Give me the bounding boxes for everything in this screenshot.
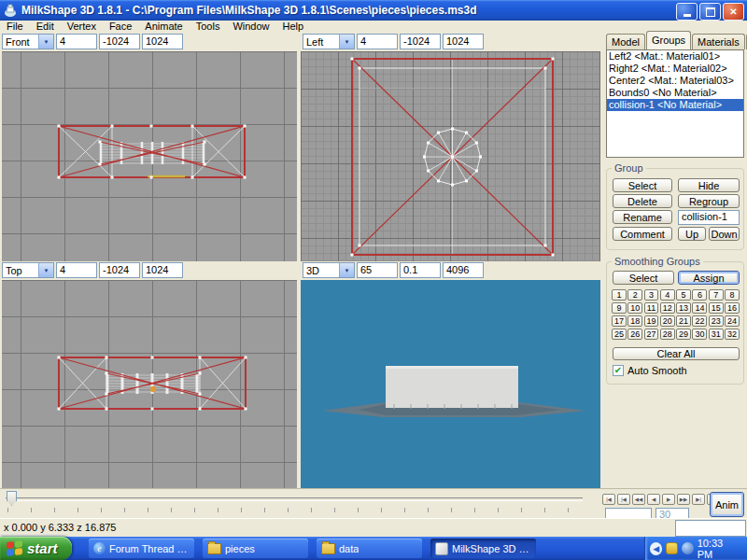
next-keyframe-button[interactable]: ▶| [692,494,705,505]
menu-item-animate[interactable]: Animate [138,21,189,33]
menu-item-face[interactable]: Face [103,21,138,33]
minimize-button[interactable] [676,3,698,21]
tray-app-icon[interactable] [666,542,678,554]
tab-groups[interactable]: Groups [646,31,691,49]
front-view-select[interactable]: Front ▼ [2,34,54,49]
front-far-field[interactable]: 1024 [142,34,183,49]
smoothing-group-2-button[interactable]: 2 [627,289,642,301]
smoothing-group-3-button[interactable]: 3 [644,289,659,301]
smoothing-group-20-button[interactable]: 20 [660,315,675,327]
tab-materials[interactable]: Materials [692,34,745,49]
smoothing-group-30-button[interactable]: 30 [692,329,707,340]
tray-sound-icon[interactable] [682,542,694,554]
front-viewport[interactable] [2,51,297,261]
smoothing-group-16-button[interactable]: 16 [725,302,740,314]
smoothing-group-19-button[interactable]: 19 [644,315,659,327]
smoothing-group-32-button[interactable]: 32 [725,329,740,340]
smoothing-group-5-button[interactable]: 5 [676,289,691,301]
rename-button[interactable]: Rename [613,210,672,224]
select-button[interactable]: Select [613,178,672,192]
smoothing-group-26-button[interactable]: 26 [627,329,642,340]
left-view-select[interactable]: Left ▼ [303,34,355,49]
3d-fov-field[interactable]: 65 [357,262,398,278]
fast-forward-button[interactable]: ▶▶ [677,494,690,505]
task-button[interactable]: MilkShape 3D 1.8.1 - ... [430,539,536,558]
group-list-item[interactable]: Left2 <Mat.: Material01> [607,50,743,63]
timeline-track[interactable] [6,497,583,501]
auto-smooth-checkbox[interactable]: ✔ [613,365,624,376]
smoothing-group-10-button[interactable]: 10 [627,302,642,314]
first-frame-button[interactable]: |◀ [602,494,615,505]
regroup-button[interactable]: Regroup [678,194,740,208]
step-back-button[interactable]: ◀ [647,494,660,505]
3d-view-select[interactable]: 3D ▼ [303,262,355,278]
task-button[interactable]: data [317,539,422,558]
group-list-item[interactable]: Center2 <Mat.: Material03> [607,75,743,87]
smoothing-group-29-button[interactable]: 29 [676,329,691,340]
delete-button[interactable]: Delete [613,194,672,208]
smoothing-group-11-button[interactable]: 11 [644,302,659,314]
smoothing-assign-button[interactable]: Assign [678,271,740,285]
3d-far-field[interactable]: 4096 [443,262,484,278]
step-forward-button[interactable]: ▶ [662,494,675,505]
front-near-field[interactable]: -1024 [99,34,140,49]
groups-list[interactable]: Left2 <Mat.: Material01>Right2 <Mat.: Ma… [606,49,744,158]
smoothing-group-18-button[interactable]: 18 [627,315,642,327]
rename-input[interactable]: collision-1 [678,210,740,225]
smoothing-group-15-button[interactable]: 15 [709,302,724,314]
left-zoom-field[interactable]: 4 [357,34,398,49]
task-button[interactable]: pieces [203,539,308,558]
group-list-item[interactable]: Bounds0 <No Material> [607,87,743,99]
smoothing-group-1-button[interactable]: 1 [612,289,627,301]
smoothing-group-4-button[interactable]: 4 [660,289,675,301]
smoothing-group-23-button[interactable]: 23 [709,315,724,327]
menu-item-window[interactable]: Window [226,21,275,33]
title-bar[interactable]: MilkShape 3D 1.8.1 - C:\Program Files\Mi… [0,0,747,21]
smoothing-group-6-button[interactable]: 6 [692,289,707,301]
smoothing-group-7-button[interactable]: 7 [709,289,724,301]
hide-button[interactable]: Hide [678,178,740,192]
comment-button[interactable]: Comment [613,227,672,241]
smoothing-group-31-button[interactable]: 31 [709,329,724,340]
smoothing-group-22-button[interactable]: 22 [692,315,707,327]
group-list-item[interactable]: Right2 <Mat.: Material02> [607,63,743,75]
3d-viewport[interactable] [301,280,600,488]
top-zoom-field[interactable]: 4 [56,262,97,278]
restore-button[interactable] [699,3,721,21]
start-button[interactable]: start [0,537,72,560]
left-far-field[interactable]: 1024 [443,34,484,49]
3d-near-field[interactable]: 0.1 [400,262,441,278]
smoothing-group-28-button[interactable]: 28 [660,329,675,340]
top-viewport[interactable] [2,280,297,488]
smoothing-group-21-button[interactable]: 21 [676,315,691,327]
left-near-field[interactable]: -1024 [400,34,441,49]
menu-item-tools[interactable]: Tools [190,21,227,33]
prev-keyframe-button[interactable]: |◀ [617,494,630,505]
top-view-select[interactable]: Top ▼ [2,262,54,278]
group-list-item[interactable]: collision-1 <No Material> [607,99,743,111]
timeline-slider-thumb[interactable] [7,491,17,506]
smoothing-group-9-button[interactable]: 9 [612,302,627,314]
tray-chevron-icon[interactable]: ◀ [650,542,662,555]
menu-item-edit[interactable]: Edit [30,21,61,33]
front-zoom-field[interactable]: 4 [56,34,97,49]
task-button[interactable]: eForum Thread : Impo... [89,539,194,558]
up-button[interactable]: Up [678,227,706,241]
smoothing-group-27-button[interactable]: 27 [644,329,659,340]
smoothing-select-button[interactable]: Select [613,271,674,285]
smoothing-group-17-button[interactable]: 17 [612,315,627,327]
tab-model[interactable]: Model [606,34,645,49]
smoothing-group-25-button[interactable]: 25 [612,329,627,340]
top-near-field[interactable]: -1024 [99,262,140,278]
left-viewport[interactable] [301,51,600,261]
smoothing-group-8-button[interactable]: 8 [725,289,740,301]
anim-button[interactable]: Anim [710,492,744,517]
smoothing-group-13-button[interactable]: 13 [676,302,691,314]
smoothing-group-24-button[interactable]: 24 [725,315,740,327]
rewind-button[interactable]: ◀◀ [632,494,645,505]
menu-item-help[interactable]: Help [276,21,311,33]
menu-item-vertex[interactable]: Vertex [61,21,103,33]
close-button[interactable]: ✕ [723,3,744,21]
top-far-field[interactable]: 1024 [142,262,183,278]
clear-all-button[interactable]: Clear All [613,347,740,360]
